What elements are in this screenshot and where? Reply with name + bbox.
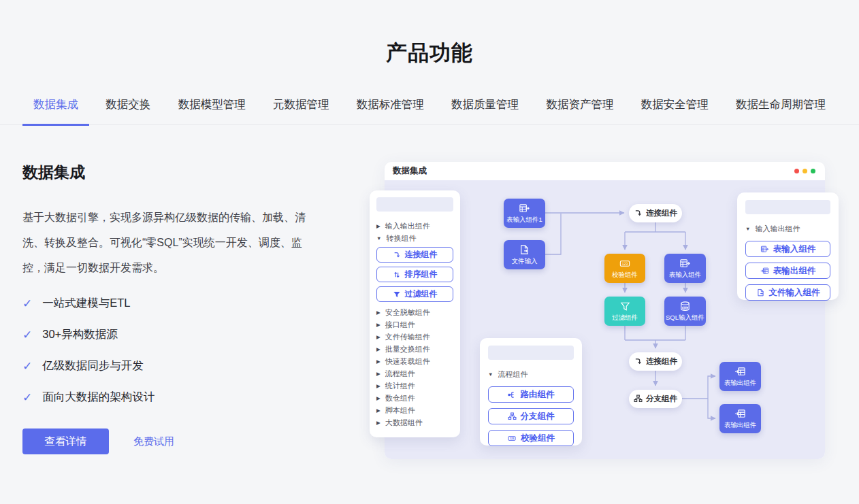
node-connect-2[interactable]: 连接组件 bbox=[629, 352, 682, 371]
tree-group-io[interactable]: ▶ 输入输出组件 bbox=[376, 220, 453, 232]
tree-label: 批量交换组件 bbox=[385, 344, 430, 354]
search-input[interactable] bbox=[745, 200, 830, 214]
node-table-input-1[interactable]: 表输入组件1 bbox=[504, 199, 545, 228]
tree-group-flow-expanded[interactable]: ▼ 流程组件 bbox=[488, 368, 574, 380]
tree-group-io-expanded[interactable]: ▼ 输入输出组件 bbox=[745, 222, 830, 235]
node-label: 连接组件 bbox=[646, 208, 677, 218]
validate-component-button[interactable]: 123 校验组件 bbox=[488, 430, 574, 446]
branch-icon bbox=[634, 394, 643, 403]
caret-right-icon: ▶ bbox=[376, 346, 380, 352]
search-input[interactable] bbox=[376, 197, 453, 212]
search-input[interactable] bbox=[488, 346, 574, 360]
button-label: 分支组件 bbox=[521, 411, 555, 422]
window-title: 数据集成 bbox=[393, 165, 427, 177]
tree-label: 文件传输组件 bbox=[385, 332, 430, 342]
yellow-dot-icon bbox=[803, 169, 807, 173]
flow-components-panel: ▼ 流程组件 路由组件 分支组件 123 bbox=[480, 338, 582, 446]
caret-right-icon: ▶ bbox=[376, 358, 380, 365]
button-label: 文件输入组件 bbox=[769, 287, 820, 299]
tree-group-batch-exchange[interactable]: ▶批量交换组件 bbox=[376, 343, 453, 355]
feature-description: 基于大数据引擎，实现多源异构亿级数据的传输、加载、清洗、转换及整合。可视化“零S… bbox=[22, 205, 317, 280]
node-connect[interactable]: 连接组件 bbox=[629, 204, 682, 222]
tab-data-integration[interactable]: 数据集成 bbox=[22, 97, 89, 126]
free-trial-link[interactable]: 免费试用 bbox=[133, 435, 174, 448]
mock-titlebar: 数据集成 bbox=[385, 162, 825, 180]
table-input-icon bbox=[679, 258, 691, 269]
tree-group-file-transfer[interactable]: ▶文件传输组件 bbox=[376, 331, 453, 343]
caret-right-icon: ▶ bbox=[376, 223, 380, 229]
node-table-input-2[interactable]: 表输入组件 bbox=[664, 254, 706, 283]
button-label: 过滤组件 bbox=[405, 288, 438, 300]
button-label: 连接组件 bbox=[405, 249, 438, 261]
tab-data-quality-management[interactable]: 数据质量管理 bbox=[440, 97, 530, 124]
bullet-label: 一站式建模与ETL bbox=[42, 296, 130, 311]
tab-data-model-management[interactable]: 数据模型管理 bbox=[167, 97, 257, 124]
filter-icon bbox=[393, 290, 401, 299]
tree-group-interface[interactable]: ▶接口组件 bbox=[376, 318, 453, 331]
tree-group-script[interactable]: ▶脚本组件 bbox=[376, 404, 453, 416]
list-item: ✓ 面向大数据的架构设计 bbox=[22, 390, 329, 405]
validate-icon: 123 bbox=[507, 434, 517, 443]
svg-text:SQL: SQL bbox=[683, 306, 687, 309]
app-mockup: 数据集成 bbox=[370, 162, 841, 461]
route-icon bbox=[508, 390, 517, 399]
green-dot-icon bbox=[811, 169, 815, 173]
tab-data-exchange[interactable]: 数据交换 bbox=[95, 97, 161, 124]
node-table-output-1[interactable]: 表输出组件 bbox=[719, 362, 761, 391]
caret-down-icon: ▼ bbox=[488, 371, 493, 377]
sort-component-button[interactable]: 排序组件 bbox=[376, 267, 453, 282]
tree-group-statistics[interactable]: ▶统计组件 bbox=[376, 380, 453, 392]
table-input-component-button[interactable]: 表输入组件 bbox=[745, 241, 830, 257]
tab-data-asset-management[interactable]: 数据资产管理 bbox=[535, 97, 624, 124]
route-component-button[interactable]: 路由组件 bbox=[488, 386, 574, 403]
view-details-button[interactable]: 查看详情 bbox=[22, 429, 109, 454]
connect-icon bbox=[393, 251, 401, 259]
funnel-icon bbox=[619, 301, 631, 312]
node-label: 表输入组件1 bbox=[506, 216, 542, 224]
node-file-input[interactable]: 文件输入 bbox=[504, 240, 545, 269]
feature-heading: 数据集成 bbox=[22, 162, 329, 183]
node-label: 表输出组件 bbox=[724, 379, 757, 388]
tree-group-fast-load[interactable]: ▶快速装载组件 bbox=[376, 355, 453, 367]
list-item: ✓ 一站式建模与ETL bbox=[22, 296, 329, 311]
branch-component-button[interactable]: 分支组件 bbox=[488, 408, 574, 424]
tree-group-warehouse[interactable]: ▶数仓组件 bbox=[376, 392, 453, 404]
node-label: SQL输入组件 bbox=[666, 314, 704, 322]
tree-label: 快速装载组件 bbox=[385, 356, 430, 367]
node-filter[interactable]: 过滤组件 bbox=[604, 297, 645, 326]
tab-metadata-management[interactable]: 元数据管理 bbox=[262, 97, 340, 124]
node-sql-input[interactable]: SQL SQL输入组件 bbox=[664, 297, 706, 326]
tree-label: 安全脱敏组件 bbox=[385, 307, 430, 318]
page-title: 产品功能 bbox=[0, 39, 859, 67]
node-label: 校验组件 bbox=[612, 271, 638, 280]
button-label: 表输出组件 bbox=[773, 265, 816, 277]
tree-label: 数仓组件 bbox=[385, 393, 415, 403]
tree-group-transform[interactable]: ▼ 转换组件 bbox=[376, 232, 453, 244]
connect-component-button[interactable]: 连接组件 bbox=[376, 247, 453, 263]
tab-data-lifecycle-management[interactable]: 数据生命周期管理 bbox=[725, 97, 837, 124]
component-tree-panel: ▶ 输入输出组件 ▼ 转换组件 连接组件 排序组件 bbox=[370, 190, 460, 437]
tree-group-flow[interactable]: ▶流程组件 bbox=[376, 367, 453, 380]
tab-data-security-management[interactable]: 数据安全管理 bbox=[630, 97, 719, 124]
table-output-component-button[interactable]: 表输出组件 bbox=[745, 263, 830, 279]
node-table-output-2[interactable]: 表输出组件 bbox=[719, 404, 761, 433]
tree-label: 流程组件 bbox=[498, 369, 528, 380]
validate-icon: 123 bbox=[619, 258, 631, 269]
tree-group-bigdata[interactable]: ▶大数据组件 bbox=[376, 416, 453, 429]
node-validate[interactable]: 123 校验组件 bbox=[604, 254, 645, 283]
feature-tabbar: 数据集成 数据交换 数据模型管理 元数据管理 数据标准管理 数据质量管理 数据资… bbox=[0, 97, 859, 125]
caret-right-icon: ▶ bbox=[376, 395, 380, 401]
node-label: 连接组件 bbox=[646, 356, 677, 367]
svg-text:123: 123 bbox=[622, 261, 628, 265]
node-label: 分支组件 bbox=[646, 394, 677, 404]
filter-component-button[interactable]: 过滤组件 bbox=[376, 286, 453, 302]
node-label: 过滤组件 bbox=[612, 314, 638, 322]
sql-icon: SQL bbox=[679, 301, 691, 312]
check-icon: ✓ bbox=[22, 297, 32, 311]
file-input-component-button[interactable]: 文件输入组件 bbox=[745, 284, 830, 301]
tree-group-masking[interactable]: ▶安全脱敏组件 bbox=[376, 306, 453, 318]
branch-icon bbox=[508, 412, 517, 421]
tab-data-standard-management[interactable]: 数据标准管理 bbox=[346, 97, 435, 124]
node-branch[interactable]: 分支组件 bbox=[629, 390, 682, 408]
list-item: ✓ 30+异构数据源 bbox=[22, 327, 329, 342]
